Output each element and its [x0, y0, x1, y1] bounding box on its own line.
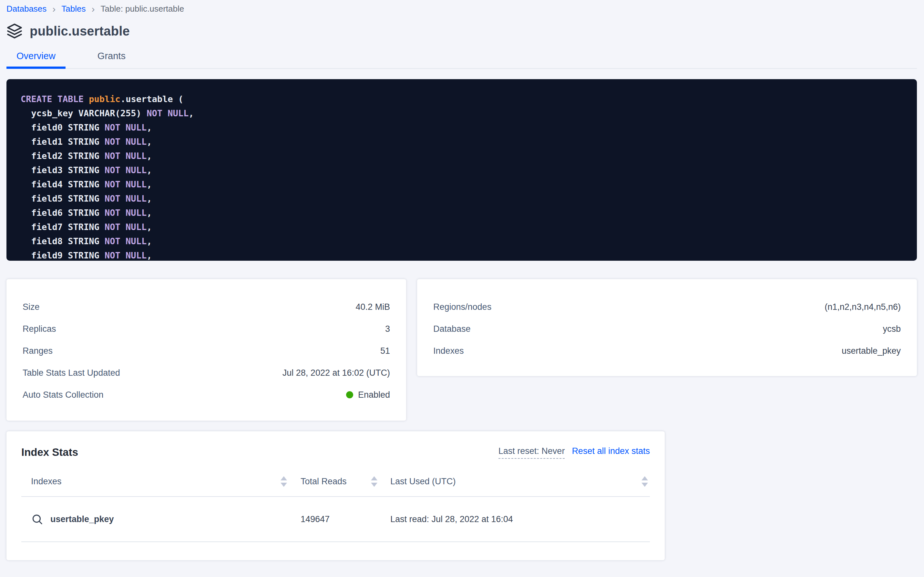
detail-row-indexes: Indexes usertable_pkey [433, 340, 901, 362]
table-layers-icon [6, 23, 22, 39]
detail-label: Regions/nodes [433, 302, 492, 312]
breadcrumb: Databases › Tables › Table: public.usert… [6, 4, 918, 14]
status-text: Enabled [358, 390, 390, 400]
detail-label: Size [22, 302, 40, 312]
detail-cards-row: Size 40.2 MiB Replicas 3 Ranges 51 Table… [6, 279, 918, 421]
index-stats-actions: Last reset: Never Reset all index stats [498, 446, 650, 459]
sort-icon[interactable] [281, 476, 287, 487]
index-stats-header: Index Stats Last reset: Never Reset all … [21, 431, 650, 459]
chevron-right-icon: › [92, 5, 95, 13]
index-stats-title: Index Stats [21, 446, 78, 458]
detail-value: 3 [385, 324, 390, 334]
detail-row-regions: Regions/nodes (n1,n2,n3,n4,n5,n6) [433, 296, 901, 318]
column-label: Indexes [31, 477, 62, 487]
detail-row-database: Database ycsb [433, 318, 901, 340]
detail-value: Jul 28, 2022 at 16:02 (UTC) [283, 368, 390, 378]
breadcrumb-link-databases[interactable]: Databases [6, 4, 47, 14]
detail-label: Ranges [22, 346, 53, 356]
last-used-value: Last read: Jul 28, 2022 at 16:04 [390, 514, 513, 524]
detail-row-replicas: Replicas 3 [22, 318, 390, 340]
detail-row-stats-updated: Table Stats Last Updated Jul 28, 2022 at… [22, 362, 390, 384]
last-reset-label: Last reset: Never [498, 446, 565, 459]
detail-row-ranges: Ranges 51 [22, 340, 390, 362]
index-name-cell[interactable]: usertable_pkey [31, 513, 114, 525]
column-header-total-reads[interactable]: Total Reads [301, 476, 390, 487]
database-details-card: Regions/nodes (n1,n2,n3,n4,n5,n6) Databa… [417, 279, 917, 376]
cell-last-used: Last read: Jul 28, 2022 at 16:04 [390, 514, 650, 524]
breadcrumb-current: Table: public.usertable [100, 4, 184, 14]
detail-value: ycsb [883, 324, 901, 334]
chevron-right-icon: › [52, 5, 56, 13]
total-reads-value: 149647 [301, 514, 329, 524]
detail-value: (n1,n2,n3,n4,n5,n6) [824, 302, 901, 312]
search-icon [31, 513, 43, 525]
sql-code: CREATE TABLE public.usertable ( ycsb_key… [21, 92, 903, 261]
detail-value: usertable_pkey [842, 346, 901, 356]
index-table-header: Indexes Total Reads Last Used (UTC) [21, 466, 650, 497]
page-title: public.usertable [30, 24, 130, 39]
column-label: Last Used (UTC) [390, 477, 456, 487]
index-stats-card: Index Stats Last reset: Never Reset all … [6, 431, 665, 560]
detail-label: Replicas [22, 324, 56, 334]
column-header-last-used[interactable]: Last Used (UTC) [390, 476, 650, 487]
table-details-card: Size 40.2 MiB Replicas 3 Ranges 51 Table… [6, 279, 406, 421]
reset-index-stats-link[interactable]: Reset all index stats [572, 446, 650, 456]
tab-grants[interactable]: Grants [87, 51, 136, 68]
cell-total-reads: 149647 [301, 514, 390, 524]
detail-row-size: Size 40.2 MiB [22, 296, 390, 318]
detail-row-auto-stats: Auto Stats Collection Enabled [22, 384, 390, 406]
sort-icon[interactable] [641, 476, 648, 487]
column-label: Total Reads [301, 477, 347, 487]
detail-value: 40.2 MiB [355, 302, 390, 312]
detail-label: Database [433, 324, 471, 334]
detail-label: Indexes [433, 346, 464, 356]
detail-label: Table Stats Last Updated [22, 368, 120, 378]
page-title-row: public.usertable [6, 23, 918, 39]
detail-value: 51 [380, 346, 390, 356]
status-dot-enabled [346, 391, 353, 398]
tab-overview[interactable]: Overview [6, 51, 66, 69]
column-header-indexes[interactable]: Indexes [21, 476, 301, 487]
index-table-row: usertable_pkey 149647 Last read: Jul 28,… [21, 497, 650, 542]
create-table-statement: CREATE TABLE public.usertable ( ycsb_key… [6, 79, 917, 261]
sort-icon[interactable] [371, 476, 378, 487]
detail-label: Auto Stats Collection [22, 390, 104, 400]
tab-bar: Overview Grants [6, 51, 917, 69]
detail-value: Enabled [346, 390, 390, 400]
breadcrumb-link-tables[interactable]: Tables [61, 4, 85, 14]
page-content: Databases › Tables › Table: public.usert… [6, 0, 918, 560]
cell-index-name: usertable_pkey [21, 513, 301, 525]
index-name-link[interactable]: usertable_pkey [50, 514, 114, 524]
